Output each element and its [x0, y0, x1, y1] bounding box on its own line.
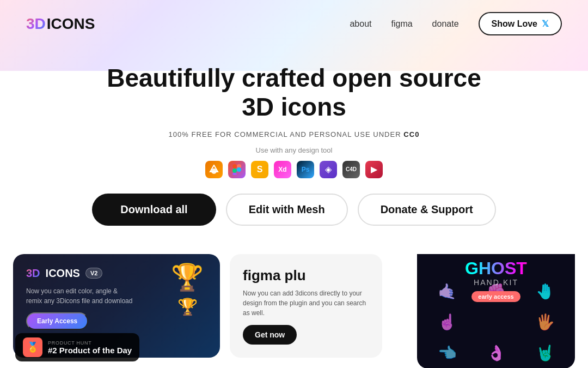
- ghost-early-badge: early access: [471, 291, 520, 302]
- affinity-icon: ◈: [320, 161, 337, 178]
- ghost-title: GHOST: [428, 260, 564, 277]
- figma-icon: [228, 161, 246, 178]
- hand-icon-4: ☝️: [422, 306, 471, 337]
- card-logo-3d: 3D: [26, 267, 40, 280]
- nav-about[interactable]: about: [350, 19, 371, 29]
- cinema4d-icon: C4D: [342, 161, 360, 178]
- product-hunt-rank: #2 Product of the Day: [48, 346, 132, 355]
- card-figma-desc: Now you can add 3dicons directly to your…: [243, 288, 369, 318]
- card-logo-icons: ICONS: [46, 267, 80, 280]
- cta-buttons: Download all Edit with Mesh Donate & Sup…: [0, 194, 588, 226]
- hand-icon-6: 👈: [422, 337, 471, 368]
- sketch-icon: S: [251, 161, 268, 178]
- card-figma-get-now-button[interactable]: Get now: [243, 325, 297, 345]
- hero-subtitle: 100% FREE FOR COMMERCIAL AND PERSONAL US…: [0, 130, 588, 138]
- card-v2-badge: V2: [85, 268, 102, 279]
- tool-icons-row: S Xd Ps ◈ C4D ▶: [0, 161, 588, 178]
- donate-support-button[interactable]: Donate & Support: [358, 194, 496, 226]
- navbar: 3D ICONS about figma donate Show Love 𝕏: [0, 0, 588, 47]
- svg-rect-5: [232, 168, 237, 173]
- nav-figma[interactable]: figma: [391, 19, 412, 29]
- logo-icons: ICONS: [47, 15, 95, 33]
- card-early-access-button[interactable]: Early Access: [26, 312, 88, 330]
- product-hunt-text: PRODUCT HUNT #2 Product of the Day: [48, 340, 132, 355]
- product-hunt-label: PRODUCT HUNT: [48, 340, 132, 346]
- svg-rect-2: [232, 164, 237, 168]
- product-hunt-badge[interactable]: 🏅 PRODUCT HUNT #2 Product of the Day: [15, 333, 139, 361]
- edit-with-mesh-button[interactable]: Edit with Mesh: [226, 194, 348, 226]
- svg-point-4: [237, 167, 241, 172]
- show-love-label: Show Love: [492, 19, 537, 29]
- twitter-icon: 𝕏: [542, 19, 549, 29]
- card-figma-title: figma plu: [243, 267, 369, 284]
- nav-donate[interactable]: donate: [432, 19, 459, 29]
- logo[interactable]: 3D ICONS: [26, 15, 95, 33]
- download-all-button[interactable]: Download all: [92, 194, 216, 226]
- trophy-icon-sm: 🏆: [177, 297, 198, 316]
- xd-icon: Xd: [274, 161, 291, 178]
- trophy-area: 🏆 🏆: [166, 262, 209, 317]
- card-figma: figma plu Now you can add 3dicons direct…: [230, 254, 382, 358]
- hero-section: Beautifully crafted open source 3D icons…: [0, 47, 588, 254]
- hero-heading: Beautifully crafted open source 3D icons: [103, 64, 485, 122]
- hand-icon-8: 🤘: [520, 337, 569, 368]
- hand-icon-5: 🖐️: [520, 306, 569, 337]
- photoshop-icon: Ps: [297, 161, 314, 178]
- nav-links: about figma donate Show Love 𝕏: [350, 12, 562, 35]
- logo-3d: 3D: [26, 15, 46, 33]
- show-love-button[interactable]: Show Love 𝕏: [479, 12, 562, 35]
- card-ghost: GHOST HAND KIT early access 🤙 ✊ 🤚 ☝️ 🖐️ …: [417, 254, 575, 368]
- blender-icon: [205, 161, 223, 178]
- product-hunt-icon: 🏅: [23, 337, 42, 357]
- svg-rect-6: [232, 173, 237, 175]
- trophy-icon: 🏆: [171, 262, 204, 293]
- ghost-subtitle: HAND KIT: [428, 278, 564, 287]
- tool-hint: Use with any design tool: [0, 146, 588, 154]
- hand-icon-7: 👌: [471, 337, 520, 368]
- card-3dicons-desc: Now you can edit color, angle & remix an…: [26, 286, 135, 306]
- framer-icon: ▶: [365, 161, 383, 178]
